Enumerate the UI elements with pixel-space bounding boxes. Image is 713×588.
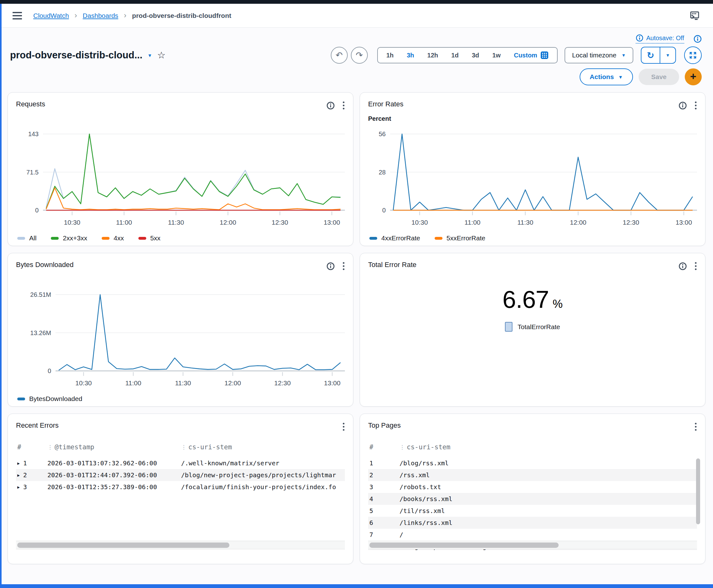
table-row[interactable]: 6/links/rss.xml: [368, 517, 697, 529]
widget-info-icon[interactable]: [678, 101, 687, 110]
widget-menu-kebab-icon[interactable]: [694, 261, 697, 271]
legend-swatch: [505, 322, 512, 332]
legend-item-4xxErrorRate[interactable]: 4xxErrorRate: [369, 234, 420, 242]
error_rates-plot[interactable]: 5628010:3011:0011:3012:0012:3013:00: [368, 130, 697, 230]
widget-menu-kebab-icon[interactable]: [342, 101, 345, 110]
hamburger-menu-icon[interactable]: [13, 12, 22, 19]
uri-cell: /blog/rss.xml: [399, 459, 697, 467]
bytes_downloaded-plot[interactable]: 26.51M13.26M010:3011:0011:3012:0012:3013…: [16, 290, 345, 391]
refresh-options-caret[interactable]: ▼: [660, 47, 675, 63]
total-error-rate-value: 6.67: [502, 286, 549, 313]
legend-item-All[interactable]: All: [17, 234, 36, 242]
legend-item-BytesDownloaded[interactable]: BytesDownloaded: [17, 395, 82, 403]
time-range-1w[interactable]: 1w: [486, 48, 507, 63]
table-row[interactable]: ▶22026-03-01T12:44:07.392-06:00/blog/new…: [16, 469, 345, 481]
save-button[interactable]: Save: [638, 69, 679, 85]
column-header-cs-uri-stem[interactable]: ⋮cs-uri-stem: [399, 443, 697, 451]
svg-text:11:00: 11:00: [116, 219, 132, 226]
widget-info-icon[interactable]: [327, 101, 335, 110]
redo-button[interactable]: ↷: [351, 47, 368, 64]
table-header-row: #⋮@timestamp⋮cs-uri-stem: [16, 441, 345, 457]
cloudshell-icon[interactable]: [689, 10, 700, 21]
svg-text:26.51M: 26.51M: [30, 291, 51, 298]
row-expander-icon[interactable]: ▶: [17, 461, 20, 466]
widget-menu-kebab-icon[interactable]: [342, 261, 345, 271]
actions-button[interactable]: Actions ▼: [580, 68, 633, 85]
legend-label[interactable]: TotalErrorRate: [518, 323, 560, 331]
table-row[interactable]: 7/: [368, 529, 697, 541]
table-row[interactable]: ▶12026-03-01T13:07:32.962-06:00/.well-kn…: [16, 457, 345, 469]
table-row[interactable]: 2/rss.xml: [368, 469, 697, 481]
window-left-border: [0, 4, 2, 588]
requests-plot[interactable]: 14371.5010:3011:0011:3012:0012:3013:00: [16, 130, 345, 230]
row-expander-icon[interactable]: ▶: [17, 485, 20, 489]
time-range-1h[interactable]: 1h: [380, 48, 400, 63]
timezone-select[interactable]: Local timezone ▼: [565, 47, 633, 63]
legend-item-2xx+3xx[interactable]: 2xx+3xx: [51, 234, 87, 242]
scrollbar-thumb[interactable]: [696, 458, 700, 524]
legend-label: 4xx: [113, 234, 124, 242]
table-row[interactable]: 3/robots.txt: [368, 481, 697, 493]
add-widget-button[interactable]: +: [685, 68, 702, 85]
time-range-3h[interactable]: 3h: [400, 48, 421, 63]
widget-title: Top Pages: [368, 421, 401, 429]
info-icon: [636, 34, 643, 42]
time-range-3d[interactable]: 3d: [465, 48, 485, 63]
widget-menu-kebab-icon[interactable]: [694, 422, 697, 432]
table-row[interactable]: 1/blog/rss.xml: [368, 457, 697, 469]
window-bottom-border: [0, 584, 713, 588]
refresh-button[interactable]: ↻: [642, 47, 660, 63]
svg-text:12:00: 12:00: [224, 379, 241, 386]
widget-info-icon[interactable]: [678, 262, 687, 271]
time-range-1d[interactable]: 1d: [445, 48, 465, 63]
legend-item-4xx[interactable]: 4xx: [102, 234, 124, 242]
uri-cell: /rss.xml: [399, 471, 697, 479]
legend-item-5xxErrorRate[interactable]: 5xxErrorRate: [435, 234, 485, 242]
vertical-scrollbar[interactable]: [696, 458, 700, 550]
legend-item-5xx[interactable]: 5xx: [139, 234, 161, 242]
column-header--timestamp[interactable]: ⋮@timestamp: [47, 443, 181, 451]
table-row[interactable]: 4/books/rss.xml: [368, 493, 697, 505]
table-row[interactable]: 5/til/rss.xml: [368, 505, 697, 517]
column-header--[interactable]: #: [17, 443, 47, 451]
scrollbar-thumb[interactable]: [369, 543, 559, 548]
horizontal-scrollbar[interactable]: [16, 541, 345, 549]
series-BytesDownloaded: [59, 295, 340, 370]
y-axis-unit-label: Percent: [368, 115, 697, 125]
widget-info-icon[interactable]: [327, 262, 335, 271]
favorite-star-icon[interactable]: ☆: [157, 50, 166, 60]
widget-menu-kebab-icon[interactable]: [694, 101, 697, 110]
error-rates-chart[interactable]: 5628010:3011:0011:3012:0012:3013:00: [368, 130, 697, 231]
fullscreen-button[interactable]: [684, 46, 702, 64]
chevron-down-icon: ▼: [618, 75, 623, 80]
svg-text:11:00: 11:00: [125, 379, 141, 386]
breadcrumb-cloudwatch-link[interactable]: CloudWatch: [33, 12, 69, 19]
table-row[interactable]: ▶32026-03-01T12:35:27.389-06:00/focalari…: [16, 481, 345, 493]
legend-swatch: [17, 398, 25, 400]
uri-cell: /: [399, 531, 697, 539]
column-header-cs-uri-stem[interactable]: ⋮cs-uri-stem: [181, 443, 345, 451]
requests-chart[interactable]: 14371.5010:3011:0011:3012:0012:3013:00: [16, 130, 345, 231]
dashboard-title-dropdown-caret-icon[interactable]: ▼: [147, 53, 152, 58]
widget-title: Bytes Downloaded: [16, 261, 74, 269]
svg-text:10:30: 10:30: [412, 219, 428, 226]
row-expander-icon[interactable]: ▶: [17, 473, 20, 478]
breadcrumb-current-page: prod-obverse-distrib-cloudfront: [132, 12, 231, 19]
widget-menu-kebab-icon[interactable]: [342, 422, 345, 432]
scrollbar-thumb[interactable]: [17, 543, 229, 548]
breadcrumb-dashboards-link[interactable]: Dashboards: [83, 12, 118, 19]
autosave-toggle-link[interactable]: Autosave: Off: [636, 34, 684, 44]
legend-label: 4xxErrorRate: [381, 234, 420, 242]
uri-cell: /blog/new-project-pages/projects/lightma…: [181, 471, 345, 479]
time-range-custom[interactable]: Custom: [507, 48, 555, 63]
legend-swatch: [369, 237, 377, 240]
legend-label: All: [29, 234, 36, 242]
time-range-12h[interactable]: 12h: [421, 48, 445, 63]
svg-text:13:00: 13:00: [323, 219, 340, 226]
undo-button[interactable]: ↶: [331, 47, 348, 64]
column-header--[interactable]: #: [369, 443, 399, 451]
bytes-downloaded-chart[interactable]: 26.51M13.26M010:3011:0011:3012:0012:3013…: [16, 290, 345, 392]
horizontal-scrollbar[interactable]: [368, 541, 697, 549]
svg-text:12:30: 12:30: [623, 219, 639, 226]
dashboard-info-icon[interactable]: [694, 35, 702, 43]
